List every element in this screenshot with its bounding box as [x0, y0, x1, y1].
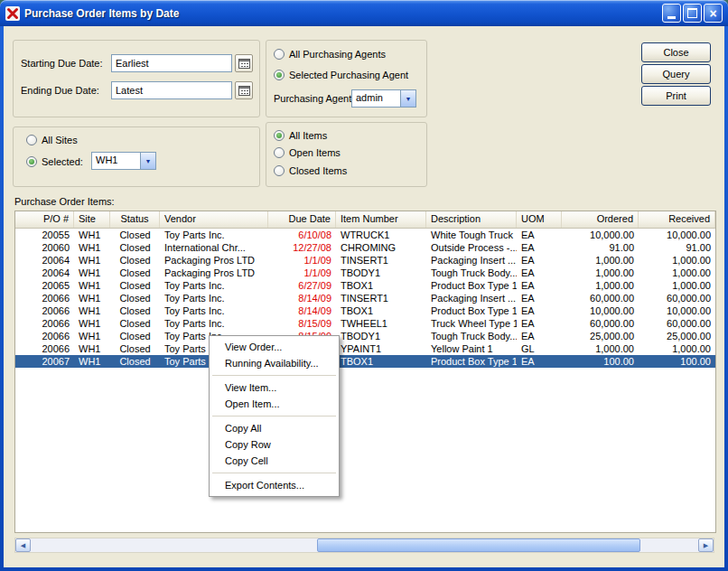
- table-cell[interactable]: EA: [517, 304, 562, 317]
- table-cell[interactable]: Product Box Type 1: [426, 304, 517, 317]
- table-row[interactable]: 20066WH1ClosedToy Parts Inc.8/15/09TBODY…: [15, 330, 715, 342]
- table-cell[interactable]: 91.00: [562, 241, 639, 254]
- table-cell[interactable]: EA: [517, 292, 562, 304]
- table-cell[interactable]: 6/27/09: [268, 279, 336, 292]
- table-cell[interactable]: 91.00: [639, 241, 715, 254]
- table-cell[interactable]: 8/14/09: [268, 292, 336, 304]
- table-cell[interactable]: CHROMING: [336, 241, 426, 254]
- minimize-button[interactable]: [662, 4, 681, 23]
- selected-purchasing-agent-radio[interactable]: Selected Purchasing Agent: [274, 69, 408, 81]
- table-cell[interactable]: Toy Parts Inc.: [160, 292, 268, 304]
- table-cell[interactable]: Product Box Type 1: [426, 279, 517, 292]
- table-row[interactable]: 20066WH1ClosedToy Parts Inc.8/14/09TINSE…: [15, 292, 715, 304]
- table-cell[interactable]: WH1: [74, 279, 110, 292]
- starting-due-date-calendar-button[interactable]: [235, 54, 253, 72]
- table-cell[interactable]: 10,000.00: [639, 304, 715, 317]
- starting-due-date-input[interactable]: [111, 54, 232, 72]
- table-cell[interactable]: Tough Truck Body...: [426, 330, 517, 342]
- column-header-vendor[interactable]: Vendor: [160, 211, 268, 228]
- table-cell[interactable]: 10,000.00: [639, 229, 715, 241]
- table-cell[interactable]: Closed: [110, 342, 160, 355]
- table-cell[interactable]: Closed: [110, 267, 160, 279]
- table-cell[interactable]: Toy Parts Inc.: [160, 279, 268, 292]
- table-cell[interactable]: 20066: [15, 304, 74, 317]
- table-cell[interactable]: EA: [517, 267, 562, 279]
- table-cell[interactable]: 1,000.00: [639, 267, 715, 279]
- table-cell[interactable]: 60,000.00: [562, 317, 639, 330]
- menu-item-export-contents[interactable]: Export Contents...: [210, 477, 338, 493]
- table-cell[interactable]: 20066: [15, 317, 74, 330]
- table-cell[interactable]: GL: [517, 342, 562, 355]
- table-row[interactable]: 20060WH1ClosedInternational Chr...12/27/…: [15, 241, 715, 254]
- table-cell[interactable]: Closed: [110, 241, 160, 254]
- table-cell[interactable]: 20067: [15, 355, 74, 368]
- table-cell[interactable]: TINSERT1: [336, 292, 426, 304]
- table-cell[interactable]: 20064: [15, 267, 74, 279]
- table-cell[interactable]: Closed: [110, 229, 160, 241]
- table-cell[interactable]: Packaging Pros LTD: [160, 267, 268, 279]
- table-row[interactable]: 20065WH1ClosedToy Parts Inc.6/27/09TBOX1…: [15, 279, 715, 292]
- table-cell[interactable]: 1/1/09: [268, 267, 336, 279]
- table-cell[interactable]: EA: [517, 254, 562, 267]
- scroll-right-button[interactable]: ▶: [698, 538, 714, 552]
- table-cell[interactable]: Toy Parts Inc.: [160, 304, 268, 317]
- table-cell[interactable]: 25,000.00: [639, 330, 715, 342]
- table-cell[interactable]: 1,000.00: [562, 342, 639, 355]
- table-cell[interactable]: Closed: [110, 355, 160, 368]
- column-header-description[interactable]: Description: [426, 211, 517, 228]
- table-row[interactable]: 20066WH1ClosedToy Parts Inc.8/14/09TBOX1…: [15, 304, 715, 317]
- table-cell[interactable]: 20065: [15, 279, 74, 292]
- column-header-site[interactable]: Site: [74, 211, 110, 228]
- table-cell[interactable]: 1/1/09: [268, 254, 336, 267]
- table-cell[interactable]: 1,000.00: [639, 279, 715, 292]
- menu-item-running-availability[interactable]: Running Availability...: [210, 355, 338, 371]
- table-cell[interactable]: 8/15/09: [268, 317, 336, 330]
- close-window-button[interactable]: ×: [704, 4, 723, 23]
- table-cell[interactable]: 25,000.00: [562, 330, 639, 342]
- menu-item-copy-all[interactable]: Copy All: [210, 420, 338, 436]
- table-cell[interactable]: Closed: [110, 279, 160, 292]
- table-cell[interactable]: WH1: [74, 317, 110, 330]
- table-cell[interactable]: 1,000.00: [562, 267, 639, 279]
- table-cell[interactable]: 10,000.00: [562, 304, 639, 317]
- table-cell[interactable]: 20064: [15, 254, 74, 267]
- table-cell[interactable]: 100.00: [562, 355, 639, 368]
- table-cell[interactable]: TWHEEL1: [336, 317, 426, 330]
- table-cell[interactable]: 1,000.00: [639, 342, 715, 355]
- table-cell[interactable]: Tough Truck Body...: [426, 267, 517, 279]
- table-cell[interactable]: White Tough Truck: [426, 229, 517, 241]
- table-cell[interactable]: EA: [517, 229, 562, 241]
- table-cell[interactable]: 20066: [15, 342, 74, 355]
- ending-due-date-calendar-button[interactable]: [235, 81, 253, 99]
- print-button[interactable]: Print: [641, 86, 711, 106]
- table-cell[interactable]: Yellow Paint 1: [426, 342, 517, 355]
- table-cell[interactable]: Packaging Insert ...: [426, 254, 517, 267]
- menu-item-copy-cell[interactable]: Copy Cell: [210, 453, 338, 469]
- column-header-ordered[interactable]: Ordered: [562, 211, 639, 228]
- table-cell[interactable]: Truck Wheel Type 1: [426, 317, 517, 330]
- table-row[interactable]: 20066WH1ClosedToy Parts Inc.8/15/09TWHEE…: [15, 317, 715, 330]
- table-cell[interactable]: 60,000.00: [639, 292, 715, 304]
- all-sites-radio[interactable]: All Sites: [26, 134, 78, 146]
- menu-item-view-item[interactable]: View Item...: [210, 379, 338, 396]
- table-cell[interactable]: EA: [517, 330, 562, 342]
- column-header-due-date[interactable]: Due Date: [268, 211, 336, 228]
- table-row[interactable]: 20064WH1ClosedPackaging Pros LTD1/1/09TI…: [15, 254, 715, 267]
- table-row[interactable]: 20064WH1ClosedPackaging Pros LTD1/1/09TB…: [15, 267, 715, 279]
- table-cell[interactable]: WH1: [74, 229, 110, 241]
- table-cell[interactable]: 12/27/08: [268, 241, 336, 254]
- table-cell[interactable]: 60,000.00: [562, 292, 639, 304]
- table-cell[interactable]: WH1: [74, 267, 110, 279]
- table-cell[interactable]: 8/14/09: [268, 304, 336, 317]
- column-header-received[interactable]: Received: [639, 211, 715, 228]
- purchasing-agent-combo[interactable]: admin ▼: [351, 89, 416, 108]
- column-header-status[interactable]: Status: [110, 211, 160, 228]
- menu-item-view-order[interactable]: View Order...: [210, 339, 338, 355]
- chevron-down-icon[interactable]: ▼: [400, 90, 415, 107]
- app-icon[interactable]: [5, 6, 20, 21]
- open-items-radio[interactable]: Open Items: [274, 146, 341, 159]
- table-cell[interactable]: EA: [517, 279, 562, 292]
- column-header-uom[interactable]: UOM: [517, 211, 562, 228]
- table-cell[interactable]: 20066: [15, 330, 74, 342]
- table-cell[interactable]: Closed: [110, 317, 160, 330]
